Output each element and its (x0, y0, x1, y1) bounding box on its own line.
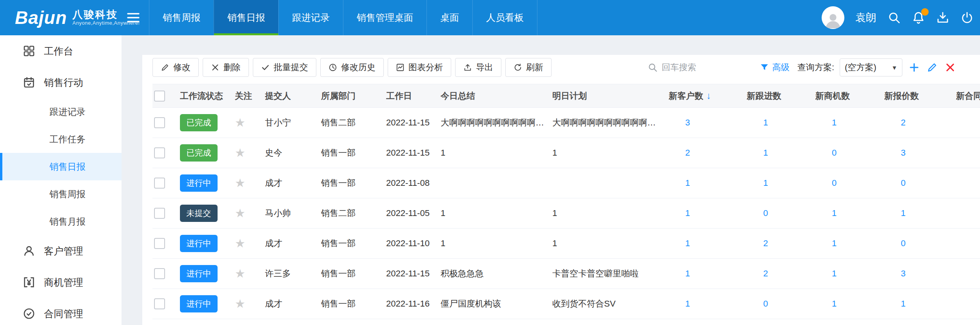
sidebar-item-workbench[interactable]: 工作台 (0, 35, 122, 67)
new-quotes-link[interactable]: 3 (901, 269, 906, 278)
new-followups-link[interactable]: 1 (763, 118, 768, 127)
delete-button[interactable]: 删除 (203, 58, 249, 77)
power-icon[interactable] (960, 11, 974, 24)
sidebar-item-work-tasks[interactable]: 工作任务 (0, 125, 122, 153)
batch-submit-button[interactable]: 批量提交 (253, 58, 316, 77)
notification-bell-icon[interactable] (912, 11, 925, 24)
tab-staff-board[interactable]: 人员看板 (472, 0, 537, 35)
advanced-filter-button[interactable]: 高级 (760, 62, 789, 73)
new-quotes-link[interactable]: 1 (901, 208, 906, 218)
new-quotes-link[interactable]: 0 (901, 238, 906, 248)
star-icon[interactable]: ★ (235, 116, 245, 129)
new-followups-link[interactable]: 0 (763, 208, 768, 218)
sidebar-item-opportunity-management[interactable]: 商机管理 (0, 267, 122, 298)
new-customers-link[interactable]: 1 (685, 208, 690, 218)
edit-history-button[interactable]: 修改历史 (320, 58, 384, 77)
delete-scheme-button[interactable] (944, 61, 956, 74)
search-input[interactable] (662, 62, 740, 73)
col-header-new-customers[interactable]: 新客户数↓ (669, 84, 747, 108)
sidebar-item-sales-daily[interactable]: 销售日报 (0, 153, 122, 180)
table-row[interactable]: 进行中 ★ 成才 销售一部 2022-11-10 1 1 1 2 1 0 (152, 229, 980, 259)
new-customers-link[interactable]: 1 (685, 269, 690, 278)
col-header-workflow-status[interactable]: 工作流状态 (180, 84, 235, 108)
row-checkbox[interactable] (154, 147, 165, 158)
query-scheme-select[interactable]: (空方案) ▼ (840, 58, 902, 76)
col-header-submitter[interactable]: 提交人 (265, 84, 321, 108)
new-customers-link[interactable]: 1 (685, 178, 690, 188)
search-icon[interactable] (648, 62, 658, 73)
table-row[interactable]: 进行中 ★ 许三多 销售一部 2022-11-15 积极急急急 卡普空卡普空噼里… (152, 259, 980, 289)
edit-scheme-button[interactable] (926, 61, 938, 74)
row-checkbox[interactable] (154, 117, 165, 128)
new-opportunities-link[interactable]: 1 (832, 299, 837, 309)
sidebar-item-followup-records[interactable]: 跟进记录 (0, 98, 122, 125)
col-header-workday[interactable]: 工作日 (386, 84, 441, 108)
new-followups-link[interactable]: 1 (763, 148, 768, 158)
search-icon[interactable] (887, 11, 901, 24)
tab-followup-records[interactable]: 跟进记录 (278, 0, 343, 35)
sidebar-item-sales-weekly[interactable]: 销售周报 (0, 180, 122, 208)
new-followups-link[interactable]: 2 (763, 269, 768, 278)
tab-sales-daily[interactable]: 销售日报 (214, 0, 278, 35)
refresh-button[interactable]: 刷新 (505, 58, 552, 77)
table-row[interactable]: 未提交 ★ 马小帅 销售二部 2022-11-05 1 1 1 0 1 1 (152, 198, 980, 229)
new-quotes-link[interactable]: 3 (901, 148, 906, 158)
add-scheme-button[interactable] (908, 61, 920, 74)
col-header-today-summary[interactable]: 今日总结 (441, 84, 552, 108)
row-checkbox[interactable] (154, 298, 165, 309)
col-header-new-opportunities[interactable]: 新商机数 (815, 84, 884, 108)
sidebar-item-sales-action[interactable]: 销售行动 (0, 67, 122, 98)
col-header-follow[interactable]: 关注 (235, 84, 265, 108)
col-header-tomorrow-plan[interactable]: 明日计划 (552, 84, 669, 108)
select-all-checkbox[interactable] (154, 91, 165, 102)
avatar[interactable] (822, 6, 844, 29)
new-customers-link[interactable]: 3 (685, 118, 690, 127)
table-row[interactable]: 已完成 ★ 史今 销售一部 2022-11-15 1 1 2 1 0 3 (152, 138, 980, 168)
tab-desktop[interactable]: 桌面 (426, 0, 472, 35)
star-icon[interactable]: ★ (235, 146, 245, 159)
star-icon[interactable]: ★ (235, 297, 245, 310)
hamburger-menu-icon[interactable] (118, 0, 149, 35)
new-quotes-link[interactable]: 2 (901, 118, 906, 127)
sidebar-item-sales-monthly[interactable]: 销售月报 (0, 208, 122, 235)
col-header-department[interactable]: 所属部门 (321, 84, 386, 108)
star-icon[interactable]: ★ (235, 237, 245, 250)
download-icon[interactable] (936, 11, 949, 24)
row-checkbox[interactable] (154, 178, 165, 189)
new-followups-link[interactable]: 0 (763, 299, 768, 309)
export-button[interactable]: 导出 (455, 58, 501, 77)
tab-sales-weekly[interactable]: 销售周报 (149, 0, 214, 35)
col-header-new-quotes[interactable]: 新报价数 (884, 84, 956, 108)
table-row[interactable]: 进行中 ★ 成才 销售一部 2022-11-16 僵尸国度机构该 收到货不符合S… (152, 289, 980, 319)
edit-button[interactable]: 修改 (152, 58, 199, 77)
star-icon[interactable]: ★ (235, 267, 245, 280)
new-customers-link[interactable]: 1 (685, 238, 690, 248)
new-opportunities-link[interactable]: 1 (832, 238, 837, 248)
new-opportunities-link[interactable]: 1 (832, 269, 837, 278)
new-customers-link[interactable]: 2 (685, 148, 690, 158)
table-row[interactable]: 进行中 ★ 成才 销售一部 2022-11-08 1 1 0 0 (152, 168, 980, 198)
col-header-new-followups[interactable]: 新跟进数 (747, 84, 815, 108)
new-opportunities-link[interactable]: 1 (832, 118, 837, 127)
star-icon[interactable]: ★ (235, 207, 245, 220)
row-checkbox[interactable] (154, 268, 165, 279)
username[interactable]: 袁朗 (855, 11, 877, 25)
table-row[interactable]: 已完成 ★ 甘小宁 销售二部 2022-11-15 大啊啊啊啊啊啊啊啊啊啊… 大… (152, 108, 980, 138)
sort-desc-icon[interactable]: ↓ (706, 90, 711, 101)
col-header-new-contracts[interactable]: 新合同数 (956, 84, 980, 108)
new-followups-link[interactable]: 2 (763, 238, 768, 248)
new-opportunities-link[interactable]: 0 (832, 178, 837, 188)
star-icon[interactable]: ★ (235, 176, 245, 189)
row-checkbox[interactable] (154, 238, 165, 249)
new-opportunities-link[interactable]: 0 (832, 148, 837, 158)
logo[interactable]: Bajun 八骏科技 Anyone,Anytime,Anywhere! (0, 0, 118, 35)
new-opportunities-link[interactable]: 1 (832, 208, 837, 218)
sidebar-item-contract-management[interactable]: 合同管理 (0, 298, 122, 325)
row-checkbox[interactable] (154, 208, 165, 219)
chart-analysis-button[interactable]: 图表分析 (388, 58, 451, 77)
new-quotes-link[interactable]: 1 (901, 299, 906, 309)
new-customers-link[interactable]: 1 (685, 299, 690, 309)
new-quotes-link[interactable]: 0 (901, 178, 906, 188)
new-followups-link[interactable]: 1 (763, 178, 768, 188)
sidebar-item-customer-management[interactable]: 客户管理 (0, 235, 122, 267)
